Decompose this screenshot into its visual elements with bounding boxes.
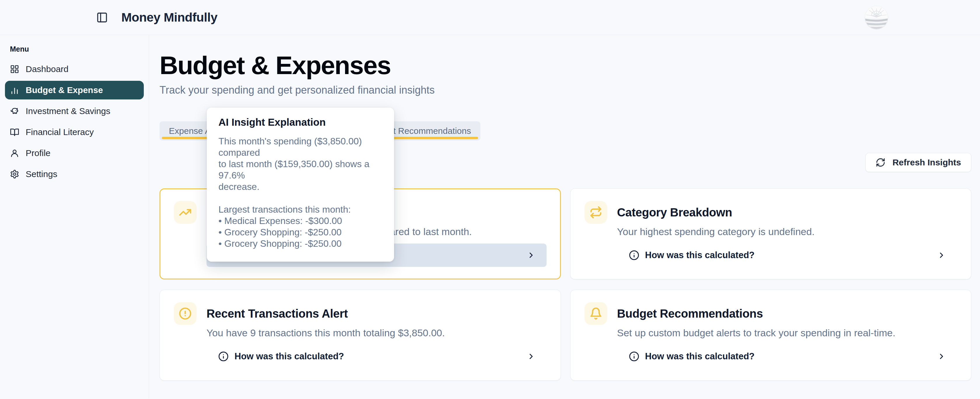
sidebar-item-label: Investment & Savings [25,106,110,116]
popover-transactions-heading: Largest transactions this month: [218,204,382,215]
card-body: Category Breakdown Your highest spending… [617,201,957,267]
alert-circle-icon [174,302,197,325]
popover-summary-line: to last month ($159,350.00) shows a 97.6… [218,158,382,181]
sidebar-item-financial-literacy[interactable]: Financial Literacy [5,123,144,141]
card-description: You have 9 transactions this month total… [207,327,547,339]
how-calculated-label: How was this calculated? [645,351,755,362]
insight-card-category-breakdown: Category Breakdown Your highest spending… [570,188,972,280]
sidebar-item-label: Dashboard [25,64,68,74]
how-calculated-button[interactable]: How was this calculated? [207,345,547,368]
chevron-right-icon [527,352,536,361]
avatar[interactable] [865,6,888,29]
how-calculated-label: How was this calculated? [645,250,755,261]
card-description: Set up custom budget alerts to track you… [617,327,957,339]
how-calculated-button[interactable]: How was this calculated? [617,243,957,267]
sidebar-item-investment-savings[interactable]: Investment & Savings [5,102,144,121]
card-title: Category Breakdown [617,201,957,224]
popover-transaction-item: • Medical Expenses: -$300.00 [218,215,382,227]
how-calculated-button[interactable]: How was this calculated? [617,345,957,368]
popover-summary-line: This month's spending ($3,850.00) compar… [218,136,382,158]
ai-insight-popover: AI Insight Explanation This month's spen… [207,108,394,262]
bar-chart-icon [10,86,19,95]
popover-transaction-item: • Grocery Shopping: -$250.00 [218,238,382,250]
popover-summary-line: decrease. [218,181,382,192]
dashboard-grid-icon [10,64,19,74]
sidebar-item-budget-expense[interactable]: Budget & Expense [5,81,144,99]
info-icon [629,250,640,261]
card-title: Budget Recommendations [617,302,957,325]
popover-transaction-item: • Grocery Shopping: -$250.00 [218,227,382,238]
refresh-insights-label: Refresh Insights [892,157,961,167]
trending-up-icon [174,201,197,224]
main-content: Budget & Expenses Track your spending an… [149,35,980,399]
insight-card-budget-recommendations: Budget Recommendations Set up custom bud… [570,289,972,381]
page-title: Budget & Expenses [159,51,971,79]
popover-transactions: Largest transactions this month: • Medic… [218,204,382,250]
menu-label: Menu [10,45,149,53]
open-book-icon [10,127,19,137]
repeat-icon [584,201,607,224]
sidebar-item-profile[interactable]: Profile [5,144,144,162]
info-icon [218,351,229,362]
app-header: Money Mindfully [0,0,980,35]
chevron-right-icon [527,251,536,259]
bell-icon [584,302,607,325]
popover-summary: This month's spending ($3,850.00) compar… [218,136,382,192]
sidebar-toggle-button[interactable] [94,10,110,25]
insight-card-recent-transactions: Recent Transactions Alert You have 9 tra… [159,289,561,381]
sidebar-item-dashboard[interactable]: Dashboard [5,60,144,78]
sidebar: Menu Dashboard Budget & Expense [0,35,149,399]
card-body: Recent Transactions Alert You have 9 tra… [207,302,547,368]
sidebar-item-label: Settings [25,169,57,179]
sidebar-nav: Dashboard Budget & Expense Investme [0,60,149,183]
app-title: Money Mindfully [121,10,217,24]
sidebar-item-settings[interactable]: Settings [5,165,144,183]
card-description: Your highest spending category is undefi… [617,226,957,237]
card-body: Budget Recommendations Set up custom bud… [617,302,957,368]
info-icon [629,351,640,362]
card-title: Recent Transactions Alert [207,302,547,325]
piggy-bank-icon [10,107,19,116]
sidebar-item-label: Profile [25,148,51,158]
page-subtitle: Track your spending and get personalized… [159,84,971,96]
sidebar-item-label: Financial Literacy [25,127,94,137]
sidebar-item-label: Budget & Expense [25,85,103,95]
chevron-right-icon [937,352,946,361]
refresh-insights-button[interactable]: Refresh Insights [865,153,971,172]
how-calculated-label: How was this calculated? [234,351,344,362]
popover-title: AI Insight Explanation [218,116,382,128]
panel-left-icon [96,12,108,23]
gear-icon [10,170,19,179]
chevron-right-icon [937,251,946,259]
refresh-icon [876,157,886,167]
user-icon [10,148,19,158]
